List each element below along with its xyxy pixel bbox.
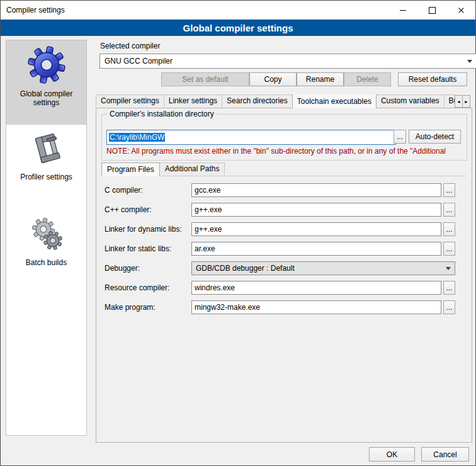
settings-sidebar: Global compiler settings Profiler settin… [6, 40, 87, 436]
field-value: g++.exe [195, 225, 222, 234]
note-text: NOTE: All programs must exist either in … [106, 147, 463, 156]
field-value: mingw32-make.exe [195, 303, 260, 312]
maximize-icon [429, 7, 436, 14]
field-row: C++ compiler: g++.exe ... [96, 203, 472, 217]
sidebar-item-label: Global compiler settings [11, 89, 82, 107]
field-value: gcc.exe [195, 186, 220, 195]
compiler-settings-window: Compiler settings Global compiler settin… [0, 0, 476, 466]
tab-build-options[interactable]: Build options [444, 94, 455, 107]
cancel-button[interactable]: Cancel [421, 447, 469, 462]
field-value: GDB/CDB debugger : Default [196, 264, 295, 273]
set-as-default-button[interactable]: Set as default [161, 72, 249, 86]
linker-static-input[interactable]: ar.exe [191, 242, 441, 256]
toolchain-panel: Compiler's installation directory C:\ray… [96, 108, 472, 443]
close-icon [458, 7, 465, 14]
compiler-select[interactable]: GNU GCC Compiler [99, 54, 476, 69]
selected-compiler-label: Selected compiler [100, 42, 160, 50]
compiler-select-value: GNU GCC Compiler [105, 57, 173, 65]
chevron-down-icon [467, 60, 472, 63]
cpp-compiler-input[interactable]: g++.exe [191, 203, 441, 217]
tab-program-files[interactable]: Program Files [101, 162, 160, 176]
sidebar-item-label: Batch builds [11, 258, 82, 267]
installation-directory-input[interactable]: C:\raylib\MinGW [106, 130, 396, 145]
browse-button[interactable]: ... [443, 222, 455, 236]
browse-button[interactable]: ... [443, 281, 455, 295]
window-controls [388, 1, 475, 20]
tab-search-directories[interactable]: Search directories [222, 94, 293, 107]
titlebar[interactable]: Compiler settings [1, 1, 475, 20]
field-row: Linker for static libs: ar.exe ... [96, 242, 472, 256]
page-title: Global compiler settings [1, 20, 475, 36]
debugger-select[interactable]: GDB/CDB debugger : Default [191, 261, 455, 275]
ok-button[interactable]: OK [369, 447, 415, 462]
field-row: Debugger: GDB/CDB debugger : Default [96, 261, 472, 275]
installation-directory-group-title: Compiler's installation directory [107, 110, 217, 118]
installation-directory-value: C:\raylib\MinGW [109, 133, 165, 142]
close-button[interactable] [446, 1, 475, 20]
program-files-tabstrip: Program Files Additional Paths [101, 162, 466, 176]
field-value: g++.exe [195, 205, 222, 214]
linker-dynamic-input[interactable]: g++.exe [191, 222, 441, 236]
gear-blue-icon [27, 46, 66, 84]
maximize-button[interactable] [417, 1, 446, 20]
tab-scroll-right-icon[interactable]: ► [462, 95, 470, 108]
tab-compiler-settings[interactable]: Compiler settings [96, 94, 164, 107]
field-row: Make program: mingw32-make.exe ... [96, 300, 472, 314]
sidebar-item-label: Profiler settings [11, 173, 82, 181]
field-label: Linker for static libs: [105, 242, 171, 256]
clamp-tool-icon [29, 130, 64, 167]
window-title: Compiler settings [6, 6, 65, 14]
tab-toolchain-executables[interactable]: Toolchain executables [292, 94, 377, 108]
c-compiler-input[interactable]: gcc.exe [191, 183, 441, 197]
tab-scroll-buttons: ◄ ► [455, 95, 470, 108]
gray-gears-icon [28, 215, 65, 253]
installation-directory-group: Compiler's installation directory C:\ray… [101, 114, 467, 161]
installation-directory-browse-button[interactable]: ... [394, 130, 406, 144]
copy-button[interactable]: Copy [249, 72, 297, 86]
browse-button[interactable]: ... [443, 183, 455, 197]
field-row: C compiler: gcc.exe ... [96, 183, 472, 197]
tab-additional-paths[interactable]: Additional Paths [159, 162, 225, 175]
tab-custom-variables[interactable]: Custom variables [376, 94, 445, 107]
browse-button[interactable]: ... [443, 203, 455, 217]
chevron-down-icon [446, 267, 451, 270]
make-program-input[interactable]: mingw32-make.exe [191, 300, 441, 314]
reset-defaults-button[interactable]: Reset defaults [398, 72, 467, 86]
field-label: Linker for dynamic libs: [105, 222, 182, 236]
field-label: Resource compiler: [105, 281, 169, 295]
field-value: ar.exe [195, 244, 215, 253]
field-row: Linker for dynamic libs: g++.exe ... [96, 222, 472, 236]
auto-detect-button[interactable]: Auto-detect [409, 130, 461, 144]
sidebar-item-batch-builds[interactable]: Batch builds [6, 209, 86, 293]
field-value: windres.exe [195, 283, 235, 292]
resource-compiler-input[interactable]: windres.exe [191, 281, 441, 295]
field-label: Debugger: [105, 261, 140, 275]
field-label: C++ compiler: [105, 203, 152, 217]
rename-button[interactable]: Rename [297, 72, 344, 86]
browse-button[interactable]: ... [443, 242, 455, 256]
sidebar-item-profiler-settings[interactable]: Profiler settings [6, 125, 86, 209]
delete-button[interactable]: Delete [344, 72, 391, 86]
tab-linker-settings[interactable]: Linker settings [164, 94, 222, 107]
field-label: Make program: [105, 300, 156, 314]
browse-button[interactable]: ... [443, 300, 455, 314]
minimize-icon [400, 10, 406, 11]
field-label: C compiler: [105, 183, 143, 197]
minimize-button[interactable] [388, 1, 417, 20]
sidebar-item-global-compiler-settings[interactable]: Global compiler settings [6, 40, 86, 125]
field-row: Resource compiler: windres.exe ... [96, 281, 472, 295]
settings-tabstrip: Compiler settings Linker settings Search… [96, 94, 455, 108]
